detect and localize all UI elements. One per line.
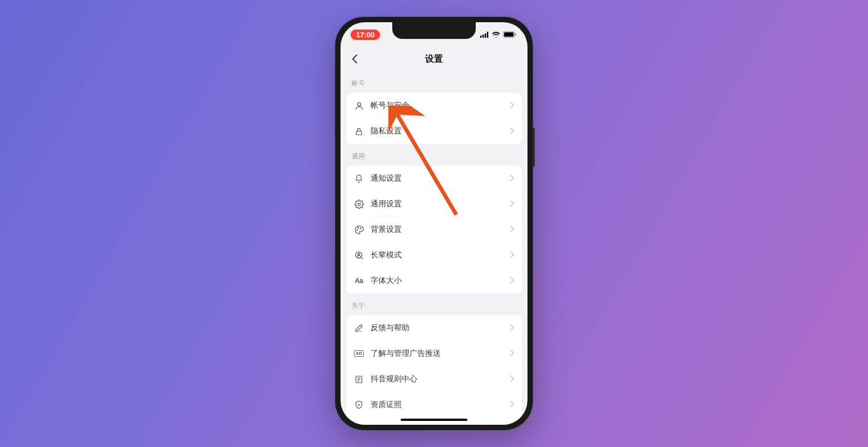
row-notifications[interactable]: 通知设置	[346, 166, 522, 191]
svg-point-14	[358, 253, 359, 255]
phone-side-button	[533, 128, 535, 167]
row-label: 字体大小	[371, 276, 504, 286]
row-label: 隐私设置	[371, 126, 504, 136]
row-privacy[interactable]: 隐私设置	[346, 118, 522, 144]
row-general-settings[interactable]: 通用设置	[346, 191, 522, 217]
row-license[interactable]: 资质证照	[346, 392, 522, 418]
chevron-right-icon	[510, 400, 514, 410]
row-label: 资质证照	[371, 400, 504, 410]
chevron-right-icon	[510, 199, 514, 209]
status-time-pill: 17:00	[351, 29, 380, 40]
battery-icon	[503, 31, 516, 38]
svg-point-10	[357, 229, 357, 230]
row-background[interactable]: 背景设置	[346, 217, 522, 242]
row-label: 了解与管理广告推送	[371, 349, 504, 359]
user-icon	[354, 101, 364, 111]
svg-point-9	[358, 203, 360, 205]
svg-rect-1	[482, 34, 484, 38]
wifi-icon	[492, 32, 500, 38]
gear-icon	[354, 199, 364, 209]
bell-icon	[354, 173, 364, 183]
group-general: 通知设置 通用设置 背景设置	[346, 166, 522, 294]
chevron-right-icon	[510, 225, 514, 235]
status-icons	[480, 31, 516, 38]
row-label: 抖音规则中心	[371, 374, 504, 384]
chevron-right-icon	[510, 173, 514, 183]
row-label: 反馈与帮助	[371, 323, 504, 333]
row-label: 通用设置	[371, 199, 504, 209]
row-account-security[interactable]: 帐号与安全	[346, 93, 522, 118]
shield-icon	[354, 400, 364, 410]
row-label: 帐号与安全	[371, 101, 504, 111]
svg-point-11	[358, 227, 358, 228]
magnify-user-icon	[354, 250, 364, 260]
chevron-right-icon	[510, 101, 514, 111]
home-indicator[interactable]	[401, 419, 467, 421]
row-rules[interactable]: 抖音规则中心	[346, 366, 522, 392]
back-button[interactable]	[346, 51, 363, 67]
palette-icon	[354, 225, 364, 235]
svg-rect-2	[485, 33, 486, 38]
nav-bar: 设置	[341, 47, 527, 71]
nav-title: 设置	[341, 53, 527, 65]
phone-notch	[392, 22, 476, 39]
svg-rect-3	[487, 32, 489, 38]
ad-icon: AD	[354, 349, 364, 359]
svg-point-12	[360, 227, 361, 228]
section-header-account: 帐号	[346, 71, 522, 93]
chevron-right-icon	[510, 374, 514, 384]
row-elder-mode[interactable]: 长辈模式	[346, 242, 522, 268]
phone-frame: 17:00 设置 帐号	[335, 17, 533, 430]
svg-rect-0	[480, 36, 482, 38]
settings-content[interactable]: 帐号 帐号与安全 隐私设置 通用	[341, 71, 527, 425]
group-about: 反馈与帮助 AD 了解与管理广告推送 抖音规则中心	[346, 315, 522, 425]
row-label: 背景设置	[371, 225, 504, 235]
chevron-right-icon	[510, 250, 514, 260]
svg-rect-6	[515, 33, 516, 36]
svg-point-7	[357, 102, 361, 106]
chevron-right-icon	[510, 276, 514, 286]
row-feedback[interactable]: 反馈与帮助	[346, 315, 522, 341]
row-ads[interactable]: AD 了解与管理广告推送	[346, 341, 522, 366]
font-size-icon: Aa	[354, 276, 364, 286]
svg-rect-5	[504, 32, 514, 37]
chevron-right-icon	[510, 323, 514, 333]
row-label: 通知设置	[371, 173, 504, 183]
rules-icon	[354, 374, 364, 384]
section-header-general: 通用	[346, 144, 522, 166]
section-header-about: 关于	[346, 294, 522, 315]
group-account: 帐号与安全 隐私设置	[346, 93, 522, 144]
pencil-icon	[354, 323, 364, 333]
svg-rect-8	[356, 131, 361, 135]
chevron-left-icon	[352, 54, 358, 64]
lock-icon	[354, 126, 364, 136]
row-label: 长辈模式	[371, 250, 504, 260]
chevron-right-icon	[510, 349, 514, 359]
row-font-size[interactable]: Aa 字体大小	[346, 268, 522, 294]
cellular-icon	[480, 32, 489, 38]
chevron-right-icon	[510, 126, 514, 136]
phone-screen: 17:00 设置 帐号	[341, 22, 527, 425]
